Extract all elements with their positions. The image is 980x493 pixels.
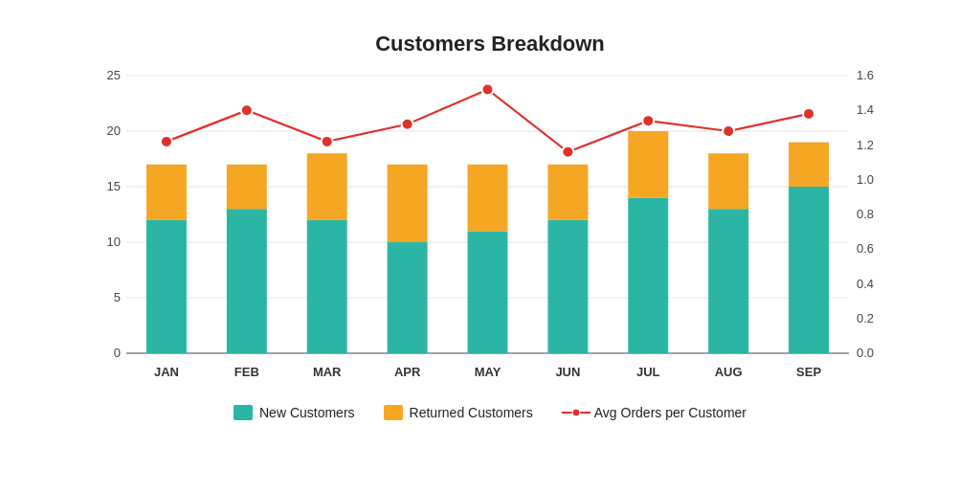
legend-returned-customers: Returned Customers — [384, 405, 533, 420]
avg-orders-label: Avg Orders per Customer — [594, 405, 746, 420]
svg-text:1.2: 1.2 — [857, 137, 874, 151]
svg-text:15: 15 — [107, 179, 121, 193]
svg-point-54 — [562, 146, 573, 157]
svg-point-57 — [803, 107, 814, 119]
svg-rect-34 — [468, 231, 508, 353]
svg-point-53 — [482, 83, 494, 95]
returned-customers-label: Returned Customers — [410, 405, 533, 420]
svg-text:MAY: MAY — [475, 365, 501, 379]
svg-text:0.4: 0.4 — [857, 276, 874, 290]
avg-orders-line-icon — [562, 405, 590, 420]
svg-rect-38 — [547, 164, 588, 219]
svg-text:0.0: 0.0 — [857, 346, 874, 360]
chart-container: Customers Breakdown 05101520250.00.20.40… — [21, 12, 959, 482]
new-customers-label: New Customers — [259, 405, 355, 420]
svg-rect-47 — [789, 142, 829, 186]
svg-text:5: 5 — [114, 290, 121, 304]
svg-text:SEP: SEP — [796, 365, 821, 379]
svg-point-52 — [402, 118, 413, 129]
svg-rect-40 — [628, 197, 668, 352]
svg-rect-43 — [708, 209, 748, 353]
svg-rect-29 — [307, 153, 347, 220]
svg-point-49 — [161, 135, 172, 146]
svg-text:0.6: 0.6 — [857, 241, 874, 256]
svg-rect-37 — [547, 219, 588, 352]
svg-text:1.0: 1.0 — [857, 171, 874, 186]
svg-text:MAR: MAR — [313, 365, 342, 379]
new-customers-swatch — [234, 405, 253, 420]
svg-text:0: 0 — [114, 346, 121, 360]
svg-rect-26 — [227, 164, 267, 208]
svg-text:25: 25 — [107, 68, 121, 82]
legend-avg-orders: Avg Orders per Customer — [562, 405, 746, 420]
svg-text:0.2: 0.2 — [857, 310, 874, 325]
returned-customers-swatch — [384, 405, 403, 420]
main-chart-svg: 05101520250.00.20.40.60.81.01.21.41.6JAN… — [78, 66, 902, 392]
svg-text:JUN: JUN — [555, 365, 580, 379]
svg-point-51 — [322, 135, 333, 146]
svg-rect-31 — [388, 242, 428, 353]
svg-point-50 — [241, 104, 253, 116]
svg-point-55 — [642, 115, 654, 126]
svg-point-59 — [572, 409, 580, 416]
svg-text:1.4: 1.4 — [857, 102, 874, 117]
svg-rect-35 — [468, 164, 508, 231]
svg-text:FEB: FEB — [234, 365, 259, 379]
svg-rect-46 — [789, 187, 829, 353]
svg-rect-22 — [146, 219, 187, 352]
svg-rect-23 — [146, 164, 187, 219]
svg-rect-32 — [388, 164, 428, 241]
svg-text:JUL: JUL — [636, 365, 660, 379]
chart-area: 05101520250.00.20.40.60.81.01.21.41.6JAN… — [78, 66, 902, 392]
chart-legend: New Customers Returned Customers Avg Ord… — [78, 405, 902, 420]
svg-text:APR: APR — [394, 365, 421, 379]
svg-rect-44 — [708, 153, 748, 209]
legend-new-customers: New Customers — [234, 405, 355, 420]
svg-text:AUG: AUG — [715, 365, 743, 379]
svg-point-56 — [723, 125, 734, 137]
svg-text:1.6: 1.6 — [857, 68, 874, 82]
svg-text:0.8: 0.8 — [857, 207, 874, 221]
svg-text:20: 20 — [107, 123, 121, 138]
svg-rect-25 — [227, 209, 267, 353]
chart-title: Customers Breakdown — [78, 32, 902, 56]
svg-rect-41 — [628, 131, 668, 198]
svg-text:10: 10 — [107, 235, 121, 249]
svg-rect-28 — [307, 219, 347, 352]
svg-text:JAN: JAN — [154, 365, 179, 379]
